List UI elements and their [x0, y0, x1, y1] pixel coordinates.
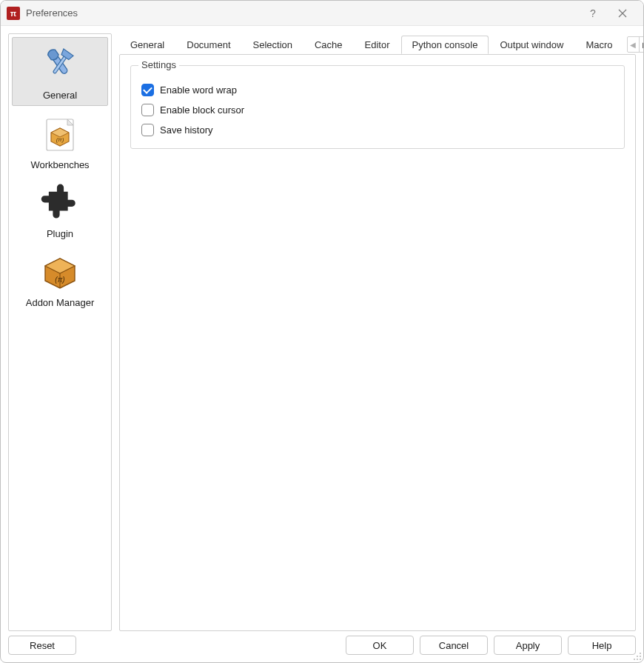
close-icon	[618, 9, 627, 18]
addon-icon: (π)	[36, 250, 84, 294]
tab-panel: Settings Enable word wrap Enable block c…	[119, 54, 636, 631]
tools-icon	[36, 42, 84, 87]
ok-button[interactable]: OK	[346, 636, 414, 655]
checkbox-icon	[141, 124, 154, 136]
tab-python-console[interactable]: Python console	[401, 36, 489, 54]
svg-point-13	[634, 659, 635, 660]
tab-document[interactable]: Document	[175, 36, 241, 53]
window-title: Preferences	[26, 7, 578, 19]
resize-grip-icon[interactable]	[633, 652, 642, 661]
content-area: General Document Selection Cache Editor …	[119, 33, 636, 631]
tab-general[interactable]: General	[119, 36, 175, 53]
checkbox-icon	[141, 104, 154, 116]
cancel-button[interactable]: Cancel	[420, 636, 488, 655]
tab-scroll-left[interactable]: ◀	[628, 37, 640, 52]
svg-point-14	[637, 659, 638, 660]
titlebar: π Preferences ?	[1, 1, 643, 26]
sidebar-item-label: Addon Manager	[26, 297, 95, 308]
app-icon: π	[7, 7, 20, 20]
tab-macro[interactable]: Macro	[574, 36, 623, 53]
category-sidebar: General (π) Workbenches	[8, 33, 112, 631]
svg-text:(π): (π)	[55, 276, 64, 284]
checkbox-row-block-cursor[interactable]: Enable block cursor	[141, 104, 614, 116]
help-titlebar-button[interactable]: ?	[578, 2, 608, 24]
sidebar-item-label: Plugin	[47, 228, 73, 239]
svg-point-12	[640, 656, 641, 657]
tab-output-window[interactable]: Output window	[489, 36, 574, 53]
checkbox-label: Enable word wrap	[160, 84, 237, 96]
sidebar-item-general[interactable]: General	[12, 37, 108, 106]
svg-text:(π): (π)	[56, 136, 64, 143]
reset-button[interactable]: Reset	[8, 636, 76, 655]
svg-point-15	[640, 659, 641, 660]
workbench-icon: (π)	[36, 112, 84, 156]
checkbox-row-word-wrap[interactable]: Enable word wrap	[141, 84, 614, 96]
main-area: General (π) Workbenches	[1, 26, 643, 631]
plugin-icon	[36, 181, 84, 225]
sidebar-item-addon-manager[interactable]: (π) Addon Manager	[12, 245, 108, 313]
checkbox-row-save-history[interactable]: Save history	[141, 124, 614, 136]
svg-point-11	[637, 656, 638, 657]
tab-cache[interactable]: Cache	[303, 36, 354, 53]
tab-scroll: ◀ ▶	[627, 36, 644, 53]
tab-selection[interactable]: Selection	[242, 36, 303, 53]
apply-button[interactable]: Apply	[494, 636, 562, 655]
groupbox-legend: Settings	[138, 59, 179, 70]
checkbox-label: Save history	[160, 124, 213, 136]
sidebar-item-label: Workbenches	[30, 159, 89, 170]
sidebar-item-workbenches[interactable]: (π) Workbenches	[12, 107, 108, 175]
svg-point-10	[640, 653, 641, 654]
checkbox-label: Enable block cursor	[160, 104, 244, 116]
help-button[interactable]: Help	[568, 636, 636, 655]
footer: Reset OK Cancel Apply Help	[1, 631, 643, 662]
close-titlebar-button[interactable]	[608, 2, 637, 24]
sidebar-item-plugin[interactable]: Plugin	[12, 176, 108, 244]
tab-scroll-right[interactable]: ▶	[640, 37, 644, 52]
checkbox-icon	[141, 84, 154, 96]
settings-groupbox: Settings Enable word wrap Enable block c…	[130, 65, 625, 149]
tabstrip: General Document Selection Cache Editor …	[119, 33, 636, 54]
sidebar-item-label: General	[43, 90, 77, 101]
tab-editor[interactable]: Editor	[354, 36, 401, 53]
